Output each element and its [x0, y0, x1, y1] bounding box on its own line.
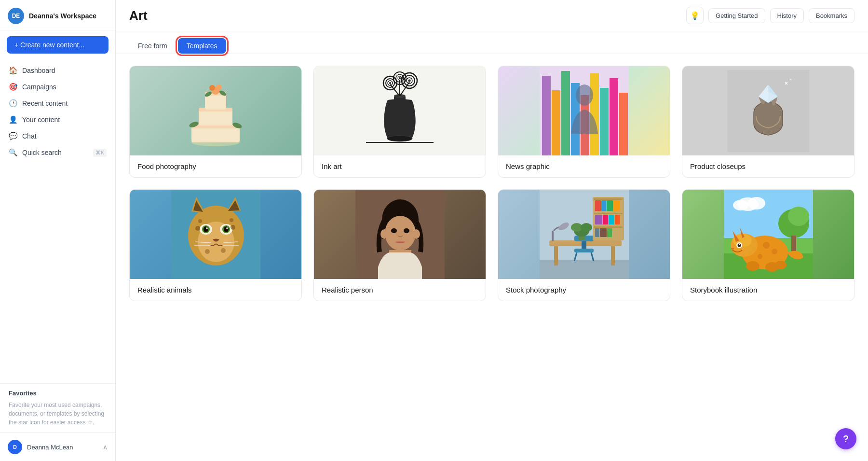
sidebar-nav: 🏠 Dashboard 🎯 Campaigns 🕐 Recent content…: [0, 59, 115, 383]
main-content: Art 💡 Getting Started History Bookmarks …: [116, 0, 868, 461]
light-icon-button[interactable]: 💡: [686, 7, 704, 24]
sidebar-item-chat[interactable]: 💬 Chat: [4, 128, 111, 144]
template-card-food-photography[interactable]: Food photography: [129, 66, 302, 178]
svg-point-72: [206, 227, 208, 229]
svg-rect-99: [611, 246, 615, 265]
svg-rect-117: [595, 228, 599, 237]
svg-rect-98: [554, 246, 558, 265]
template-card-realistic-animals[interactable]: Realistic animals: [129, 189, 302, 301]
svg-point-71: [224, 226, 229, 232]
svg-point-132: [788, 207, 809, 226]
svg-point-144: [731, 248, 734, 250]
svg-point-147: [775, 261, 787, 269]
dashboard-icon: 🏠: [9, 66, 17, 75]
food-illustration: [177, 72, 254, 150]
svg-point-79: [221, 248, 226, 253]
svg-rect-115: [615, 215, 620, 224]
create-new-content-button[interactable]: + Create new content...: [7, 36, 108, 54]
chat-icon: 💬: [9, 132, 17, 140]
favorites-section: Favorites Favorite your most used campai…: [0, 383, 115, 433]
page-title: Art: [129, 8, 148, 23]
sidebar-item-your-content[interactable]: 👤 Your content: [4, 112, 111, 128]
history-button[interactable]: History: [770, 8, 804, 23]
template-image-storybook: [682, 190, 854, 279]
svg-rect-112: [595, 215, 602, 224]
svg-point-145: [746, 261, 760, 271]
ink-illustration: [361, 71, 438, 151]
svg-point-148: [763, 242, 770, 249]
template-card-product-closeups[interactable]: Product closeups: [682, 66, 854, 178]
product-illustration: [727, 70, 809, 152]
svg-point-78: [205, 249, 210, 254]
svg-rect-36: [552, 90, 560, 155]
help-button[interactable]: ?: [835, 428, 856, 449]
sidebar-header: DE Deanna's Workspace: [0, 0, 115, 30]
svg-point-76: [231, 225, 235, 230]
svg-rect-116: [594, 226, 623, 228]
sidebar-item-label: Chat: [22, 132, 37, 140]
sidebar: DE Deanna's Workspace + Create new conte…: [0, 0, 116, 461]
favorites-title: Favorites: [9, 390, 107, 397]
svg-rect-96: [540, 260, 629, 279]
favorites-text: Favorite your most used campaigns, docum…: [9, 401, 107, 427]
sidebar-item-quick-search[interactable]: 🔍 Quick search ⌘K: [4, 144, 111, 161]
svg-rect-102: [574, 249, 594, 252]
sidebar-item-label: Recent content: [22, 99, 68, 107]
template-label-product: Product closeups: [682, 155, 854, 177]
template-grid: Food photography: [129, 66, 854, 301]
svg-point-44: [576, 84, 593, 106]
svg-rect-107: [595, 200, 601, 211]
template-image-stock: [498, 190, 670, 279]
bookmarks-button[interactable]: Bookmarks: [809, 8, 854, 23]
svg-rect-113: [603, 215, 608, 224]
template-label-news: News graphic: [498, 155, 670, 177]
svg-rect-119: [607, 228, 612, 237]
svg-point-150: [758, 254, 762, 259]
svg-point-94: [412, 229, 420, 239]
svg-point-25: [408, 80, 411, 82]
svg-point-74: [195, 226, 200, 231]
user-name: Deanna McLean: [27, 444, 98, 451]
quick-search-icon: 🔍: [9, 148, 17, 157]
tab-templates[interactable]: Templates: [178, 38, 226, 54]
sidebar-footer[interactable]: D Deanna McLean ∧: [0, 433, 115, 461]
sidebar-item-label: Quick search: [22, 149, 62, 156]
svg-line-30: [390, 84, 400, 96]
svg-point-149: [772, 249, 777, 254]
template-image-news: [498, 66, 670, 155]
svg-point-93: [380, 229, 388, 239]
svg-rect-118: [600, 228, 607, 237]
campaigns-icon: 🎯: [9, 83, 17, 91]
svg-point-75: [198, 219, 202, 223]
template-card-ink-art[interactable]: Ink art: [313, 66, 486, 178]
template-card-realistic-person[interactable]: Realistic person: [313, 189, 486, 301]
svg-rect-43: [619, 93, 628, 155]
svg-rect-35: [542, 76, 551, 155]
svg-point-77: [230, 218, 233, 222]
sidebar-item-campaigns[interactable]: 🎯 Campaigns: [4, 79, 111, 95]
user-avatar: D: [8, 440, 22, 454]
template-label-person: Realistic person: [314, 279, 486, 301]
svg-point-134: [748, 197, 765, 210]
template-label-food: Food photography: [130, 155, 301, 177]
your-content-icon: 👤: [9, 115, 17, 124]
svg-rect-110: [613, 200, 620, 211]
svg-point-9: [216, 84, 222, 90]
svg-point-90: [391, 228, 397, 233]
template-label-storybook: Storybook illustration: [682, 279, 854, 301]
sidebar-item-dashboard[interactable]: 🏠 Dashboard: [4, 62, 111, 79]
svg-point-91: [404, 228, 409, 233]
recent-content-icon: 🕐: [9, 99, 17, 108]
top-bar: Art 💡 Getting Started History Bookmarks: [116, 0, 868, 31]
template-card-storybook-illustration[interactable]: Storybook illustration: [682, 189, 854, 301]
svg-rect-114: [609, 215, 614, 224]
template-card-news-graphic[interactable]: News graphic: [498, 66, 670, 178]
getting-started-button[interactable]: Getting Started: [708, 8, 765, 23]
svg-point-125: [581, 223, 592, 232]
template-card-stock-photography[interactable]: Stock photography: [498, 189, 670, 301]
sidebar-item-recent-content[interactable]: 🕐 Recent content: [4, 95, 111, 112]
svg-point-70: [203, 226, 208, 232]
quick-search-shortcut: ⌘K: [93, 149, 107, 157]
tab-free-form[interactable]: Free form: [129, 38, 176, 54]
svg-point-73: [226, 227, 228, 229]
